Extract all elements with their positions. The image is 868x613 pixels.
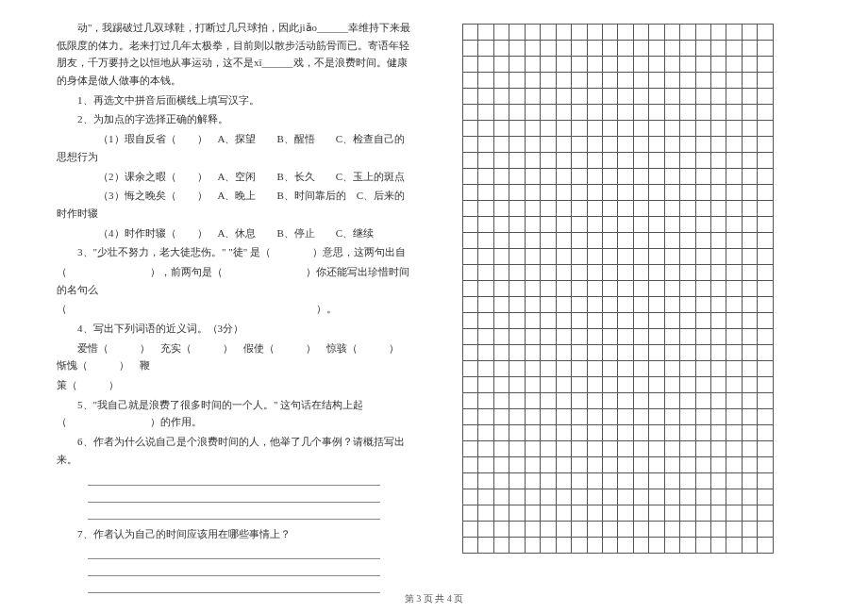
essay-grid-cell[interactable] [695,137,710,153]
essay-grid-cell[interactable] [711,393,726,409]
essay-grid-cell[interactable] [664,121,679,137]
essay-grid-cell[interactable] [664,73,679,89]
essay-grid-cell[interactable] [695,281,710,297]
essay-grid-cell[interactable] [649,329,664,345]
essay-grid-cell[interactable] [711,522,726,538]
answer-line[interactable] [88,505,380,520]
essay-grid-cell[interactable] [633,505,648,522]
essay-grid-cell[interactable] [509,41,525,57]
essay-grid-cell[interactable] [649,538,664,554]
essay-grid-cell[interactable] [525,169,540,185]
essay-grid-cell[interactable] [478,409,493,425]
essay-grid-cell[interactable] [758,281,774,297]
essay-grid-cell[interactable] [509,73,525,89]
essay-grid-cell[interactable] [633,297,648,313]
essay-grid-cell[interactable] [680,121,695,137]
essay-grid-cell[interactable] [649,457,664,473]
essay-grid-cell[interactable] [478,281,493,297]
essay-grid-cell[interactable] [556,121,571,137]
essay-grid-cell[interactable] [680,329,695,345]
essay-grid-cell[interactable] [478,345,493,361]
essay-grid-cell[interactable] [493,169,509,185]
essay-grid-cell[interactable] [556,281,571,297]
essay-grid-cell[interactable] [493,473,509,489]
answer-line[interactable] [88,471,380,486]
essay-grid-cell[interactable] [742,329,757,345]
essay-grid-cell[interactable] [680,425,695,441]
essay-grid-cell[interactable] [680,538,695,554]
essay-grid-cell[interactable] [726,57,742,73]
essay-grid-cell[interactable] [633,313,648,329]
essay-grid-cell[interactable] [726,121,742,137]
essay-grid-cell[interactable] [680,281,695,297]
essay-grid-cell[interactable] [680,457,695,473]
essay-grid-cell[interactable] [618,505,633,522]
essay-grid-cell[interactable] [664,329,679,345]
essay-grid-cell[interactable] [572,217,587,233]
essay-grid-cell[interactable] [649,121,664,137]
essay-grid-cell[interactable] [649,441,664,457]
essay-grid-cell[interactable] [758,137,774,153]
essay-grid-cell[interactable] [726,425,742,441]
essay-grid-cell[interactable] [463,73,478,89]
essay-grid-cell[interactable] [649,522,664,538]
essay-grid-cell[interactable] [649,425,664,441]
essay-grid-cell[interactable] [602,121,617,137]
essay-grid-cell[interactable] [478,393,493,409]
essay-grid-cell[interactable] [556,457,571,473]
essay-grid-cell[interactable] [572,89,587,105]
essay-grid-cell[interactable] [509,473,525,489]
essay-grid-cell[interactable] [602,457,617,473]
essay-grid-cell[interactable] [478,73,493,89]
essay-grid-cell[interactable] [633,361,648,377]
essay-grid-cell[interactable] [478,233,493,249]
essay-grid-cell[interactable] [664,201,679,217]
essay-grid-cell[interactable] [587,121,602,137]
essay-grid-cell[interactable] [525,313,540,329]
essay-grid-cell[interactable] [556,361,571,377]
essay-grid-cell[interactable] [509,313,525,329]
essay-grid-cell[interactable] [618,201,633,217]
essay-grid-cell[interactable] [649,281,664,297]
essay-grid-cell[interactable] [478,137,493,153]
essay-grid-cell[interactable] [556,393,571,409]
essay-grid-cell[interactable] [711,505,726,522]
essay-grid-cell[interactable] [602,489,617,505]
essay-grid-cell[interactable] [602,169,617,185]
essay-grid-cell[interactable] [664,265,679,281]
essay-grid-cell[interactable] [478,538,493,554]
essay-grid-cell[interactable] [618,489,633,505]
essay-grid-cell[interactable] [758,313,774,329]
essay-grid-cell[interactable] [742,41,757,57]
essay-grid-cell[interactable] [509,105,525,121]
essay-grid-cell[interactable] [463,153,478,169]
essay-grid-cell[interactable] [711,345,726,361]
essay-grid-cell[interactable] [742,313,757,329]
essay-grid-cell[interactable] [509,89,525,105]
essay-grid-cell[interactable] [525,281,540,297]
essay-grid-cell[interactable] [556,345,571,361]
essay-grid-cell[interactable] [572,57,587,73]
essay-grid-cell[interactable] [695,169,710,185]
essay-grid-cell[interactable] [726,73,742,89]
essay-grid-cell[interactable] [649,105,664,121]
essay-grid-cell[interactable] [541,25,556,41]
essay-grid-cell[interactable] [742,393,757,409]
essay-grid-cell[interactable] [649,297,664,313]
essay-grid-cell[interactable] [463,25,478,41]
essay-grid-cell[interactable] [478,425,493,441]
essay-grid-cell[interactable] [572,185,587,201]
answer-line[interactable] [88,561,380,576]
essay-grid-cell[interactable] [618,457,633,473]
essay-grid-cell[interactable] [726,377,742,393]
essay-grid-cell[interactable] [463,89,478,105]
essay-grid-cell[interactable] [493,137,509,153]
essay-grid-cell[interactable] [587,105,602,121]
essay-grid-cell[interactable] [493,345,509,361]
essay-grid-cell[interactable] [618,441,633,457]
essay-grid-cell[interactable] [463,137,478,153]
essay-grid-cell[interactable] [664,425,679,441]
essay-grid-cell[interactable] [680,441,695,457]
essay-grid-cell[interactable] [618,153,633,169]
essay-grid-cell[interactable] [711,489,726,505]
